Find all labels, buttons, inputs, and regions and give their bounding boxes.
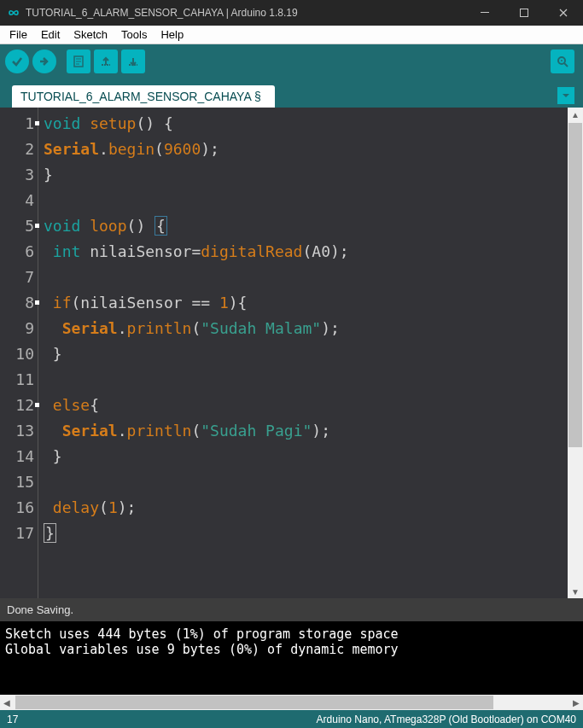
svg-rect-1 bbox=[521, 9, 528, 17]
code-editor[interactable]: 1234567891011121314151617 void setup() {… bbox=[0, 108, 583, 598]
verify-button[interactable] bbox=[5, 50, 29, 73]
footer: 17 Arduino Nano, ATmega328P (Old Bootloa… bbox=[0, 710, 583, 728]
menu-tools[interactable]: Tools bbox=[115, 26, 153, 43]
minimize-button[interactable] bbox=[465, 0, 504, 26]
open-button[interactable] bbox=[94, 50, 118, 73]
code-area[interactable]: void setup() {Serial.begin(9600);}void l… bbox=[38, 108, 568, 598]
window-title: TUTORIAL_6_ALARM_SENSOR_CAHAYA | Arduino… bbox=[26, 7, 465, 19]
tab-sketch[interactable]: TUTORIAL_6_ALARM_SENSOR_CAHAYA § bbox=[12, 85, 275, 108]
line-gutter: 1234567891011121314151617 bbox=[0, 108, 38, 598]
svg-point-4 bbox=[561, 60, 563, 61]
svg-rect-0 bbox=[481, 12, 489, 13]
console[interactable]: Sketch uses 444 bytes (1%) of program st… bbox=[0, 621, 583, 695]
console-line: Global variables use 9 bytes (0%) of dyn… bbox=[5, 642, 578, 657]
save-button[interactable] bbox=[121, 50, 145, 73]
serial-monitor-button[interactable] bbox=[551, 50, 574, 73]
footer-line-number: 17 bbox=[7, 713, 18, 725]
scroll-right-icon[interactable]: ▶ bbox=[569, 695, 583, 710]
new-button[interactable] bbox=[67, 50, 90, 73]
scroll-up-icon[interactable]: ▲ bbox=[568, 108, 583, 121]
maximize-button[interactable] bbox=[504, 0, 544, 26]
close-button[interactable] bbox=[544, 0, 583, 26]
tab-menu-button[interactable] bbox=[557, 87, 574, 104]
window-controls bbox=[465, 0, 583, 26]
toolbar bbox=[0, 44, 583, 79]
upload-button[interactable] bbox=[32, 50, 56, 73]
menu-help[interactable]: Help bbox=[154, 26, 189, 43]
titlebar: TUTORIAL_6_ALARM_SENSOR_CAHAYA | Arduino… bbox=[0, 0, 583, 26]
menu-file[interactable]: File bbox=[3, 26, 33, 43]
scroll-thumb[interactable] bbox=[568, 123, 582, 447]
arduino-icon bbox=[7, 6, 20, 20]
menu-sketch[interactable]: Sketch bbox=[67, 26, 114, 43]
scroll-down-icon[interactable]: ▼ bbox=[568, 585, 583, 598]
vertical-scrollbar[interactable]: ▲ ▼ bbox=[568, 108, 583, 598]
console-line: Sketch uses 444 bytes (1%) of program st… bbox=[5, 626, 578, 642]
footer-board-info: Arduino Nano, ATmega328P (Old Bootloader… bbox=[317, 713, 576, 725]
scroll-left-icon[interactable]: ◀ bbox=[0, 695, 14, 710]
status-message: Done Saving. bbox=[0, 598, 583, 621]
menubar: File Edit Sketch Tools Help bbox=[0, 26, 583, 44]
tabbar: TUTORIAL_6_ALARM_SENSOR_CAHAYA § bbox=[0, 79, 583, 108]
hscroll-thumb[interactable] bbox=[15, 696, 493, 709]
horizontal-scrollbar[interactable]: ◀ ▶ bbox=[0, 695, 583, 710]
menu-edit[interactable]: Edit bbox=[35, 26, 66, 43]
